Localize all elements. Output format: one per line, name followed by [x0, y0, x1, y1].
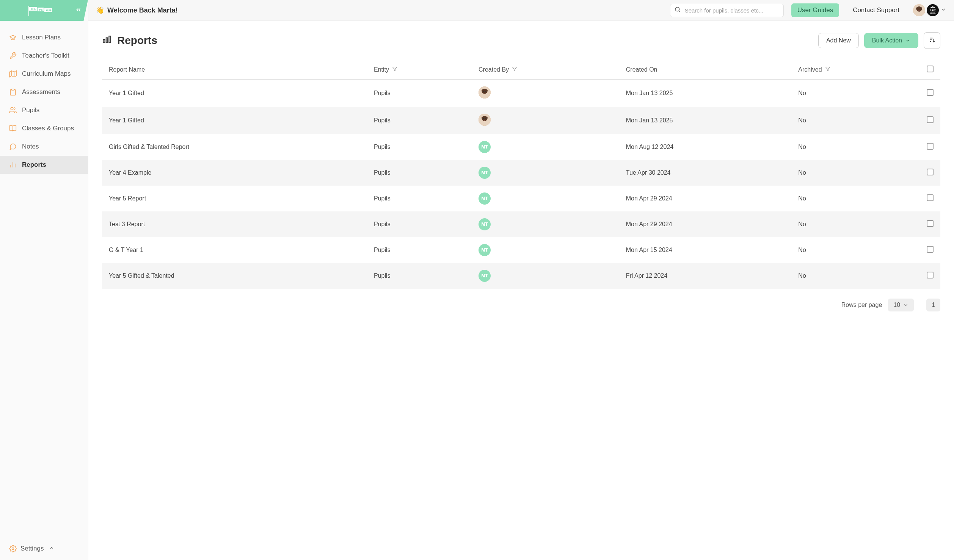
sidebar-collapse-button[interactable] — [75, 6, 82, 15]
cell-entity: Pupils — [367, 107, 472, 134]
column-header-archived[interactable]: Archived — [791, 60, 920, 80]
bulk-action-button[interactable]: Bulk Action — [864, 33, 918, 48]
sidebar-item-lesson-plans[interactable]: Lesson Plans — [0, 28, 88, 47]
wave-emoji-icon: 👋 — [96, 6, 104, 14]
rows-per-page-label: Rows per page — [841, 302, 882, 308]
row-checkbox[interactable] — [927, 220, 934, 227]
sidebar-item-classes-groups[interactable]: Classes & Groups — [0, 119, 88, 138]
table-row[interactable]: G & T Year 1 Pupils MT Mon Apr 15 2024 N… — [102, 237, 940, 263]
cell-archived: No — [791, 134, 920, 160]
user-guides-link[interactable]: User Guides — [791, 3, 839, 17]
creator-avatar: MT — [479, 192, 491, 205]
row-checkbox[interactable] — [927, 194, 934, 201]
column-header-entity[interactable]: Entity — [367, 60, 472, 80]
table-row[interactable]: Year 1 Gifted Pupils Mon Jan 13 2025 No — [102, 80, 940, 107]
topbar: 👋 Welcome Back Marta! User Guides Contac… — [88, 0, 954, 21]
cell-entity: Pupils — [367, 211, 472, 237]
svg-marker-7 — [9, 71, 16, 77]
svg-marker-33 — [825, 67, 830, 71]
cell-created-on: Mon Jan 13 2025 — [619, 107, 792, 134]
column-header-created-on[interactable]: Created On — [619, 60, 792, 80]
sidebar-item-pupils[interactable]: Pupils — [0, 101, 88, 119]
logo-header: THE PE HUB — [0, 0, 88, 21]
sidebar-item-reports[interactable]: Reports — [0, 156, 88, 174]
sidebar-item-assessments[interactable]: Assessments — [0, 83, 88, 101]
column-header-name[interactable]: Report Name — [102, 60, 367, 80]
creator-avatar: MT — [479, 244, 491, 256]
main: 👋 Welcome Back Marta! User Guides Contac… — [88, 0, 954, 560]
cell-created-by: MT — [472, 237, 619, 263]
search-input[interactable] — [670, 4, 784, 17]
table-row[interactable]: Year 5 Report Pupils MT Mon Apr 29 2024 … — [102, 186, 940, 211]
row-checkbox[interactable] — [927, 116, 934, 123]
book-icon — [9, 125, 17, 132]
row-checkbox[interactable] — [927, 169, 934, 175]
table-row[interactable]: Test 3 Report Pupils MT Mon Apr 29 2024 … — [102, 211, 940, 237]
sidebar-item-teachers-toolkit[interactable]: Teacher's Toolkit — [0, 47, 88, 65]
cell-select — [920, 211, 940, 237]
row-checkbox[interactable] — [927, 89, 934, 96]
chevron-up-icon — [49, 545, 54, 552]
row-checkbox[interactable] — [927, 272, 934, 278]
svg-marker-32 — [512, 67, 517, 71]
page-title-text: Reports — [117, 34, 157, 47]
sort-button[interactable] — [924, 32, 940, 49]
cell-select — [920, 186, 940, 211]
table-row[interactable]: Year 5 Gifted & Talented Pupils MT Fri A… — [102, 263, 940, 289]
row-checkbox[interactable] — [927, 246, 934, 253]
add-new-button[interactable]: Add New — [818, 33, 859, 48]
cell-archived: No — [791, 160, 920, 186]
cell-archived: No — [791, 237, 920, 263]
table-row[interactable]: Year 1 Gifted Pupils Mon Jan 13 2025 No — [102, 107, 940, 134]
chevron-down-icon — [903, 302, 908, 308]
svg-point-11 — [11, 108, 13, 110]
contact-support-link[interactable]: Contact Support — [847, 3, 905, 17]
sidebar-item-notes[interactable]: Notes — [0, 138, 88, 156]
sidebar-item-label: Curriculum Maps — [22, 70, 71, 78]
sidebar-item-curriculum-maps[interactable]: Curriculum Maps — [0, 65, 88, 83]
creator-avatar — [479, 114, 491, 126]
svg-point-21 — [920, 9, 921, 9]
sidebar-item-label: Pupils — [22, 106, 39, 114]
sidebar-item-settings[interactable]: Settings — [0, 537, 88, 560]
svg-marker-31 — [392, 67, 397, 71]
svg-rect-10 — [12, 89, 14, 90]
column-header-created-by[interactable]: Created By — [472, 60, 619, 80]
svg-text:HUB: HUB — [46, 9, 52, 12]
table-row[interactable]: Girls Gifted & Talented Report Pupils MT… — [102, 134, 940, 160]
cell-created-by: MT — [472, 211, 619, 237]
clipboard-icon — [9, 88, 17, 96]
filter-icon[interactable] — [825, 66, 830, 73]
current-page-number[interactable]: 1 — [926, 299, 940, 311]
rows-per-page-select[interactable]: 10 — [888, 299, 914, 311]
cell-created-by: MT — [472, 160, 619, 186]
page-title: Reports — [102, 34, 157, 47]
filter-icon[interactable] — [392, 66, 397, 73]
svg-rect-26 — [106, 38, 108, 42]
graduation-cap-icon — [9, 34, 17, 41]
cell-select — [920, 80, 940, 107]
table-row[interactable]: Year 4 Example Pupils MT Tue Apr 30 2024… — [102, 160, 940, 186]
account-menu[interactable]: ABCSCHOOL — [913, 4, 946, 16]
cell-report-name: Year 1 Gifted — [102, 80, 367, 107]
filter-icon[interactable] — [512, 66, 517, 73]
row-checkbox[interactable] — [927, 143, 934, 150]
cell-created-on: Mon Apr 29 2024 — [619, 211, 792, 237]
pagination-separator — [920, 300, 920, 310]
cell-archived: No — [791, 263, 920, 289]
cell-report-name: Girls Gifted & Talented Report — [102, 134, 367, 160]
cell-select — [920, 107, 940, 134]
flag-logo-icon: THE PE HUB — [27, 5, 61, 16]
svg-point-37 — [485, 91, 486, 92]
cell-archived: No — [791, 186, 920, 211]
sidebar-item-label: Reports — [22, 161, 46, 169]
cell-entity: Pupils — [367, 80, 472, 107]
cell-created-by — [472, 80, 619, 107]
svg-point-40 — [483, 118, 484, 119]
svg-text:THE: THE — [31, 8, 36, 10]
cell-entity: Pupils — [367, 186, 472, 211]
cell-created-on: Mon Jan 13 2025 — [619, 80, 792, 107]
sidebar-nav: Lesson Plans Teacher's Toolkit Curriculu… — [0, 21, 88, 537]
creator-avatar: MT — [479, 141, 491, 153]
select-all-checkbox[interactable] — [927, 66, 934, 72]
